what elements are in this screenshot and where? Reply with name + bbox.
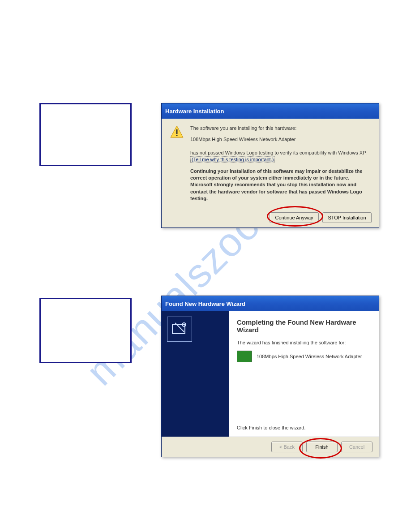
- continue-anyway-button[interactable]: Continue Anyway: [270, 212, 319, 223]
- wizard-sidebar: [162, 311, 229, 437]
- wizard-heading: Completing the Found New Hardware Wizard: [237, 318, 371, 334]
- svg-rect-2: [176, 135, 178, 136]
- warning-icon: [170, 125, 184, 139]
- dialog2-titlebar: Found New Hardware Wizard: [162, 296, 379, 311]
- dialog-titlebar: Hardware Installation: [162, 103, 379, 119]
- callout-box-1: [39, 103, 132, 166]
- svg-rect-1: [176, 129, 178, 134]
- cancel-button: Cancel: [341, 442, 372, 452]
- stop-installation-button[interactable]: STOP Installation: [322, 212, 372, 223]
- not-passed-prefix: has not passed Windows Logo testing to v…: [190, 150, 367, 155]
- wizard-subtitle: The wizard has finished installing the s…: [237, 340, 371, 345]
- wizard-close-hint: Click Finish to close the wizard.: [237, 425, 371, 430]
- install-line1: The software you are installing for this…: [190, 125, 371, 132]
- warning-paragraph: Continuing your installation of this sof…: [190, 168, 371, 202]
- found-new-hardware-dialog: Found New Hardware Wizard Completing the…: [161, 296, 379, 457]
- finish-button[interactable]: Finish: [306, 442, 338, 452]
- why-testing-link[interactable]: (Tell me why this testing is important.): [190, 156, 275, 163]
- network-adapter-icon: [237, 351, 252, 362]
- device-name: 108Mbps High Speed Wireless Network Adap…: [190, 136, 371, 143]
- callout-box-2: [39, 298, 132, 363]
- hardware-installation-dialog: Hardware Installation The software you a…: [161, 103, 379, 228]
- back-button: < Back: [271, 442, 303, 452]
- wizard-device-name: 108Mbps High Speed Wireless Network Adap…: [257, 354, 362, 359]
- dialog-title: Hardware Installation: [165, 108, 224, 115]
- dialog2-title: Found New Hardware Wizard: [165, 300, 245, 307]
- not-passed-text: has not passed Windows Logo testing to v…: [190, 150, 371, 163]
- wizard-graphic-icon: [167, 317, 192, 342]
